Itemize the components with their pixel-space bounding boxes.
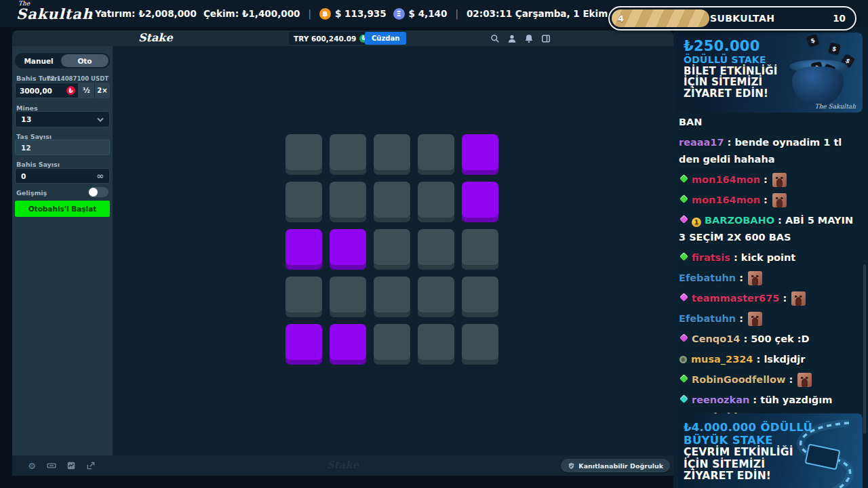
mines-select[interactable]: 13 xyxy=(15,111,110,127)
chat-username[interactable]: mon164mon xyxy=(692,195,760,205)
banner-line: ZİYARET EDİN! xyxy=(684,470,812,483)
tab-auto-selected[interactable]: Oto xyxy=(61,54,108,67)
chat-message-list: BANreaaa17 : bende oynadim 1 tl den geld… xyxy=(679,114,863,429)
deposit-label: Yatırım: xyxy=(95,8,135,19)
mine-tile-selected[interactable] xyxy=(462,182,498,222)
chat-username[interactable]: firatsis xyxy=(692,252,730,263)
mine-tile[interactable] xyxy=(285,277,322,317)
rank-diamond-icon xyxy=(679,215,688,224)
chat-username[interactable]: reaaa17 xyxy=(679,137,724,148)
mine-tile-selected[interactable] xyxy=(285,229,322,270)
mine-tile[interactable] xyxy=(285,134,322,175)
wallet-button[interactable]: Cüzdan xyxy=(365,32,406,45)
mine-tile[interactable] xyxy=(374,229,410,270)
start-autobet-button[interactable]: Otobahis'i Başlat xyxy=(15,201,110,217)
settings-gear-icon[interactable]: ⚙ xyxy=(27,461,37,470)
bet-amount-value: 3000,00 xyxy=(20,87,52,95)
banner-line: BİLET ETKİNLİĞİ xyxy=(684,66,778,77)
promo-banner-top[interactable]: $ $ $ $ $ ₺250.000 ÖDÜLLÜ STAKE BİLET ET… xyxy=(675,33,863,113)
chat-username[interactable]: Efebatuhn xyxy=(679,313,736,324)
chat-username[interactable]: mon164mon xyxy=(692,174,760,185)
bet-usdt-equivalent: 72.14087100 USDT xyxy=(47,75,108,82)
btc-price: $ 113,935 xyxy=(335,8,387,19)
separator: | xyxy=(307,8,313,19)
pot-body xyxy=(792,66,844,106)
rank-diamond-icon xyxy=(679,333,688,342)
chat-message: RobinGoodfellow : xyxy=(679,371,863,388)
mine-tile[interactable] xyxy=(330,277,366,317)
mine-tile[interactable] xyxy=(462,229,498,270)
mine-tile-selected[interactable] xyxy=(330,229,366,270)
mines-board xyxy=(285,134,498,365)
hotkeys-icon[interactable] xyxy=(47,461,56,470)
chat-username[interactable]: RobinGoodfellow xyxy=(692,374,785,385)
provably-fair-button[interactable]: Kanıtlanabilir Doğruluk xyxy=(561,459,670,472)
chat-scrollbar[interactable] xyxy=(863,264,866,434)
mine-tile[interactable] xyxy=(418,182,454,222)
chat-separator: : xyxy=(736,272,747,283)
banner-line: İÇİN SİTEMİZİ xyxy=(684,77,778,88)
gems-input[interactable]: 12 xyxy=(15,140,110,155)
chat-text: kick point xyxy=(741,252,795,263)
chat-separator: : xyxy=(774,215,785,226)
advanced-toggle[interactable] xyxy=(88,187,108,197)
bitcoin-icon: ฿ xyxy=(319,8,331,20)
mine-tile[interactable] xyxy=(418,229,454,270)
half-bet-button[interactable]: ½ xyxy=(79,83,94,98)
mine-tile-selected[interactable] xyxy=(330,324,366,365)
rank-diamond-icon xyxy=(679,293,688,302)
chat-username[interactable]: BARZOBAHO xyxy=(705,215,774,226)
stake-logo: Stake xyxy=(138,31,173,44)
share-game-icon[interactable] xyxy=(86,461,96,470)
money-pot-graphic: $ $ $ $ $ xyxy=(776,35,857,108)
mine-tile-selected[interactable] xyxy=(285,324,322,365)
streamer-stats: Yatırım: ₺2,008,000 Çekim: ₺1,400,000 | … xyxy=(95,0,637,27)
chevron-down-icon xyxy=(97,117,104,122)
banner-watermark: The Sakultah xyxy=(815,103,856,110)
live-stats-icon[interactable] xyxy=(66,461,76,470)
mine-tile[interactable] xyxy=(374,182,410,222)
double-bet-button[interactable]: 2× xyxy=(94,83,110,98)
chat-username[interactable]: teammaster675 xyxy=(692,293,779,304)
mine-tile[interactable] xyxy=(330,182,366,222)
chat-message: 1BARZOBAHO : ABİ 5 MAYIN 3 SEÇİM 2X 600 … xyxy=(679,212,863,246)
mine-tile[interactable] xyxy=(285,182,322,222)
mine-tile[interactable] xyxy=(330,134,366,175)
chat-text: BAN xyxy=(679,117,702,127)
bet-mode-toggle: Manuel Oto xyxy=(15,53,110,68)
mine-tile[interactable] xyxy=(418,277,454,317)
chat-message: Efebatuhn : xyxy=(679,270,863,287)
search-icon[interactable] xyxy=(490,34,500,43)
chat-username[interactable]: reenozkan xyxy=(692,394,749,405)
user-profile-icon[interactable] xyxy=(507,34,517,43)
mine-tile[interactable] xyxy=(374,134,410,175)
tab-manual[interactable]: Manuel xyxy=(15,57,62,65)
mine-tile-selected[interactable] xyxy=(462,134,498,175)
chat-username[interactable]: musa_2324 xyxy=(691,354,753,365)
gems-value: 12 xyxy=(21,144,31,152)
mine-tile[interactable] xyxy=(374,324,410,365)
notifications-bell-icon[interactable] xyxy=(524,34,534,43)
streamer-logo: The Sakultah xyxy=(16,1,93,21)
chat-username[interactable]: Cenqo14 xyxy=(692,333,740,344)
chat-message: mon164mon : xyxy=(679,192,863,209)
promo-banner-bottom[interactable]: ₺4.000.000 ÖDÜLLÜ BÜYÜK STAKE ÇEVRİM ETK… xyxy=(675,413,863,488)
gold-medal-icon: 1 xyxy=(692,218,701,227)
mine-tile[interactable] xyxy=(374,277,410,317)
mine-tile[interactable] xyxy=(418,134,454,175)
bet-amount-input[interactable]: 3000,00 ₺ xyxy=(15,83,79,98)
chat-username[interactable]: Efebatuhn xyxy=(679,272,736,283)
rank-diamond-icon xyxy=(679,252,688,261)
chat-separator: : xyxy=(785,374,796,385)
mine-tile[interactable] xyxy=(462,277,498,317)
mine-tile[interactable] xyxy=(418,324,454,365)
bet-modifier-buttons: ½ 2× xyxy=(79,83,110,98)
mine-tile[interactable] xyxy=(462,324,498,365)
side-panel-icon[interactable] xyxy=(541,34,551,43)
chat-message: Efebatuhn : xyxy=(679,310,863,327)
withdraw-label: Çekim: xyxy=(203,8,239,19)
sub-goal-current: 4 xyxy=(618,14,624,24)
chat-separator: : xyxy=(724,137,735,148)
bet-count-input[interactable]: 0 ∞ xyxy=(15,168,110,184)
rank-diamond-icon xyxy=(679,195,688,203)
